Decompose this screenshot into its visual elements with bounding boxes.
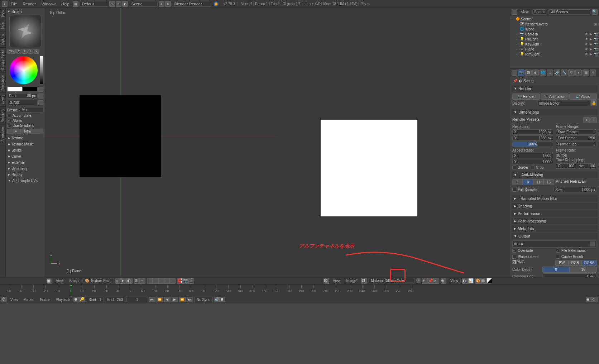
add-simple-uvs[interactable]: ▼Add simple UVs [7, 178, 43, 184]
section-external[interactable]: ▶External [7, 159, 43, 166]
aa-8[interactable]: 8 [523, 179, 533, 185]
blend-mode-select[interactable]: Mix [20, 107, 43, 112]
render-panel-title[interactable]: Render [518, 86, 531, 91]
outliner-item-filllight[interactable]: +💡FillLight👁▶📷 [511, 37, 598, 42]
scene-add[interactable]: + [159, 1, 164, 7]
prop-tab-texture[interactable]: ▦ [583, 70, 589, 76]
3d-view-menu[interactable]: View [54, 278, 66, 283]
output-path-field[interactable]: /tmp\ [512, 240, 597, 248]
start-frame-field[interactable]: Start:1 [86, 297, 104, 302]
section-curve[interactable]: ▶Curve [7, 153, 43, 159]
palette-add-icon[interactable]: + [14, 129, 21, 134]
prop-tab-data[interactable]: ▽ [568, 70, 575, 76]
file-ext-checkbox[interactable] [556, 249, 560, 253]
outliner-search[interactable]: Search [532, 9, 547, 15]
play-icon[interactable]: ▶ [172, 297, 178, 302]
timeline-key-next-icon[interactable]: ◇ [592, 297, 598, 302]
jump-start-icon[interactable]: ⏮ [149, 297, 155, 302]
outliner-item-plane[interactable]: +▽Plane👁▶📷 [511, 47, 598, 52]
mode-select[interactable]: 🎨Texture Paint [82, 278, 114, 283]
layout-icon[interactable]: ⊞ [73, 1, 78, 7]
keyframe-type-icon[interactable]: 🔑 [79, 297, 85, 302]
tex-label[interactable]: Tex [7, 49, 16, 54]
frame-step-field[interactable]: Frame Step:1 [556, 142, 597, 147]
timeline-key-prev-icon[interactable]: ◆ [586, 297, 592, 302]
layer-1[interactable] [147, 278, 153, 284]
prop-tab-layers[interactable]: 🖼 [525, 70, 532, 76]
playhead[interactable] [71, 285, 71, 296]
outliner-item-renderlayers[interactable]: 🖼RenderLayers▣ [511, 21, 598, 27]
auto-keyframe-icon[interactable]: ⏺ [73, 297, 79, 302]
performance-panel[interactable]: Performance [518, 211, 540, 216]
crumb-scene[interactable]: Scene [523, 79, 533, 83]
placeholders-checkbox[interactable] [512, 255, 516, 259]
prop-tab-material[interactable]: ● [575, 70, 582, 76]
aa-size-field[interactable]: Size:1.000 px [554, 187, 597, 192]
end-frame-field[interactable]: End Frame:250 [556, 135, 597, 141]
3d-brush-menu[interactable]: Brush [67, 278, 81, 283]
outliner-item-rimlight[interactable]: +💡RimLight👁▶📷 [511, 52, 598, 57]
outliner-item-world[interactable]: 🌐World [511, 27, 598, 32]
audio-scrub-icon[interactable]: ⏺ [220, 297, 225, 302]
prop-tab-scene[interactable]: ◐ [532, 70, 539, 76]
animation-record-icon[interactable]: 🎬 [188, 278, 194, 284]
tab-grease-pencil[interactable]: Grease Pencil [0, 48, 5, 73]
layout-select[interactable]: Default [80, 1, 108, 7]
render-engine-select[interactable]: Blender Render [172, 1, 211, 7]
outliner-editor-icon[interactable] [512, 9, 517, 15]
border-checkbox[interactable] [512, 166, 516, 169]
info-editor-icon[interactable]: i [2, 1, 8, 7]
alpha-checkbox[interactable] [7, 119, 11, 123]
animation-button[interactable]: 🎬Animation [541, 94, 568, 100]
audio-button[interactable]: 🔊Audio [569, 94, 597, 100]
manipulator-icon[interactable]: ↔ [140, 278, 145, 284]
prop-tab-object[interactable]: □ [547, 70, 553, 76]
color-rgb[interactable]: RGB [569, 260, 582, 266]
image-scope-icon[interactable]: 📊 [468, 278, 474, 284]
metadata-panel[interactable]: Metadata [518, 226, 534, 231]
prop-tab-modifiers[interactable]: 🔧 [561, 70, 567, 76]
search-icon[interactable]: 🔍 [592, 9, 598, 15]
preset-add[interactable]: + [583, 117, 590, 123]
display-select[interactable]: Image Editor [537, 101, 590, 106]
image-view-menu[interactable]: View [331, 278, 343, 283]
prop-tab-physics[interactable]: ⚛ [590, 70, 596, 76]
image-mask-icon[interactable]: ◐ [462, 278, 468, 284]
channel-color-icon[interactable]: 🎨 [475, 278, 481, 284]
next-keyframe-icon[interactable]: ⏩ [179, 297, 186, 302]
render-presets-select[interactable]: Render Presets [512, 117, 583, 123]
end-frame-field[interactable]: End:250 [105, 297, 125, 302]
aa-5[interactable]: 5 [512, 179, 523, 185]
depth-8[interactable]: 8 [542, 267, 570, 273]
timeline-playback-menu[interactable]: Playback [54, 297, 73, 302]
radius-field[interactable]: Radi:35 px [7, 93, 38, 99]
start-frame-field[interactable]: Start Frame:1 [556, 129, 597, 135]
accumulate-checkbox[interactable] [7, 114, 11, 118]
image-browse-icon[interactable]: 🖼 [361, 278, 367, 284]
menu-file[interactable]: File [8, 2, 20, 6]
dimensions-panel-title[interactable]: Dimensions [518, 110, 539, 114]
crop-checkbox[interactable] [531, 166, 535, 169]
scene-del[interactable]: × [165, 1, 171, 7]
full-sample-checkbox[interactable] [512, 188, 516, 192]
image-pivot-icon[interactable]: ⊕ [441, 278, 446, 284]
res-pct-slider[interactable]: 100% [512, 142, 553, 147]
new-palette-button[interactable]: New [21, 129, 43, 134]
post-processing-panel[interactable]: Post Processing [518, 219, 546, 223]
remap-old-field[interactable]: Ol:100 [556, 163, 576, 169]
strength-field[interactable]: :0.700 [7, 100, 38, 105]
prop-tab-constraints[interactable]: 🔗 [554, 70, 560, 76]
aa-filter-select[interactable]: Mitchell-Netravali [555, 179, 597, 185]
properties-editor-icon[interactable] [512, 70, 517, 76]
timeline-marker-menu[interactable]: Marker [21, 297, 37, 302]
layout-add[interactable]: + [109, 1, 115, 7]
outliner-item-scene[interactable]: −🔶Scene [511, 16, 598, 21]
aa-panel-title[interactable]: Anti-Aliasing [521, 173, 543, 177]
section-history[interactable]: ▶History [7, 172, 43, 178]
lock-icon[interactable]: 🔒 [591, 100, 597, 106]
current-frame-field[interactable]: 1 [126, 297, 148, 302]
image-unlink-icon[interactable]: × [433, 278, 439, 284]
layer-5[interactable] [170, 278, 176, 284]
tex-del[interactable]: × [34, 49, 39, 54]
depth-16[interactable]: 16 [570, 267, 597, 273]
